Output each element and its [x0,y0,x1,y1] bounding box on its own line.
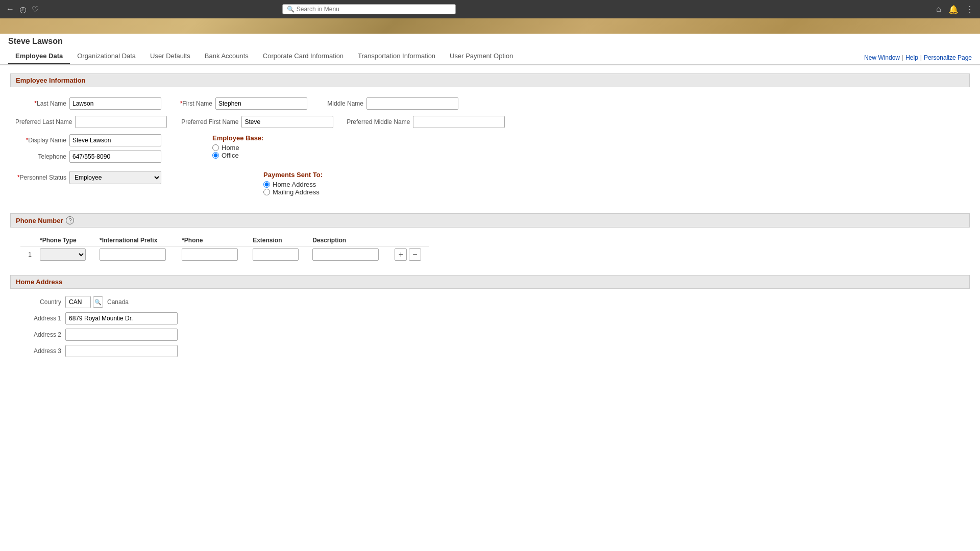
country-search-button[interactable]: 🔍 [93,296,103,308]
employee-base-home-option: Home [212,144,263,152]
search-input[interactable] [297,6,451,13]
top-bar: ← ◴ ♡ 🔍 ⌂ 🔔 ⋮ [0,0,980,18]
help-link[interactable]: Help [905,54,918,61]
address-form: Country 🔍 Canada Address 1 Address 2 Add… [10,296,970,357]
personalize-page-link[interactable]: Personalize Page [924,54,972,61]
extension-col: Extension [249,235,308,246]
home-address-section: Home Address Country 🔍 Canada Address 1 … [10,275,970,357]
bell-icon[interactable]: 🔔 [948,5,959,14]
first-name-field: *First Name [172,97,307,110]
tab-bar-actions: New Window | Help | Personalize Page [864,54,972,64]
employee-base-home-radio[interactable] [212,144,219,151]
payments-mailing-address-radio[interactable] [263,189,270,195]
preferred-last-name-label: Preferred Last Name [15,118,72,126]
description-input[interactable] [312,248,379,261]
preferred-last-name-field: Preferred Last Name [15,116,167,128]
employee-information-header: Employee Information [10,73,970,87]
tab-user-defaults[interactable]: User Defaults [143,48,198,64]
phone-table: *Phone Type *International Prefix *Phone… [20,235,429,263]
extension-input[interactable] [253,248,299,261]
address2-label: Address 2 [15,331,61,338]
address3-label: Address 3 [15,347,61,355]
address1-label: Address 1 [15,315,61,322]
employee-base-title: Employee Base: [212,134,263,142]
new-window-link[interactable]: New Window [864,54,900,61]
phone-input[interactable] [182,248,238,261]
tab-bar: Employee Data Organizational Data User D… [0,48,980,65]
phone-table-row: 1 [20,246,429,263]
back-icon[interactable]: ← [6,5,14,14]
preferred-first-name-label: Preferred First Name [177,118,238,126]
remove-row-button[interactable]: − [409,248,421,261]
personnel-status-select[interactable]: Employee Contractor Retiree [69,171,161,184]
tab-employee-data[interactable]: Employee Data [8,48,70,64]
address2-row: Address 2 [15,329,965,341]
row-actions-cell: + − [390,246,429,263]
top-bar-left: ← ◴ ♡ [6,5,39,14]
preferred-middle-name-field: Preferred Middle Name [344,116,505,128]
last-name-input[interactable] [69,97,161,110]
tab-corporate-card[interactable]: Corporate Card Information [256,48,351,64]
address1-row: Address 1 [15,312,965,324]
int-prefix-col: *International Prefix [95,235,178,246]
country-label: Country [15,298,61,306]
search-icon: 🔍 [287,6,295,13]
country-row: Country 🔍 Canada [15,296,965,308]
phone-number-header: Phone Number ? [10,213,970,228]
payments-sent-to-group: Payments Sent To: Home Address Mailing A… [263,171,323,196]
country-name: Canada [107,298,129,306]
first-name-input[interactable] [215,97,307,110]
row-num-col [20,235,36,246]
phone-type-select[interactable] [40,248,86,261]
payments-sent-to-title: Payments Sent To: [263,171,323,179]
actions-col [390,235,429,246]
personnel-status-label: *Personnel Status [15,174,66,181]
first-name-label: *First Name [172,100,212,107]
int-prefix-cell [95,246,178,263]
tab-bank-accounts[interactable]: Bank Accounts [198,48,256,64]
preferred-first-name-input[interactable] [241,116,333,128]
top-bar-right: ⌂ 🔔 ⋮ [936,5,974,14]
add-row-button[interactable]: + [395,248,407,261]
employee-base-home-label: Home [222,144,239,152]
more-icon[interactable]: ⋮ [966,5,974,14]
preferred-middle-name-input[interactable] [413,116,505,128]
home-icon[interactable]: ⌂ [936,5,941,14]
employee-information-section: Employee Information *Last Name *First N… [10,73,970,201]
phone-number-help-icon[interactable]: ? [66,216,74,224]
employee-base-office-option: Office [212,152,263,159]
telephone-input[interactable] [69,151,161,163]
address3-input[interactable] [65,345,178,357]
description-col: Description [308,235,390,246]
middle-name-field: Middle Name [317,97,458,110]
phone-col: *Phone [178,235,249,246]
display-name-input[interactable] [69,134,161,146]
payments-home-address-option: Home Address [263,181,323,188]
payments-mailing-address-label: Mailing Address [273,188,320,196]
tab-transportation[interactable]: Transportation Information [351,48,443,64]
phone-number-section: Phone Number ? *Phone Type *Internationa… [10,213,970,263]
country-code-input[interactable] [65,296,91,308]
int-prefix-input[interactable] [100,248,166,261]
home-address-header: Home Address [10,275,970,289]
favorites-icon[interactable]: ♡ [32,5,39,14]
history-icon[interactable]: ◴ [19,5,27,14]
telephone-field: Telephone [15,151,161,163]
country-input-wrap: 🔍 Canada [65,296,129,308]
personnel-status-field: *Personnel Status Employee Contractor Re… [15,171,161,184]
row-number: 1 [20,246,36,263]
payments-home-address-label: Home Address [273,181,316,188]
preferred-first-name-field: Preferred First Name [177,116,333,128]
employee-base-office-radio[interactable] [212,152,219,159]
payments-home-address-radio[interactable] [263,181,270,188]
display-name-field: *Display Name [15,134,161,146]
middle-name-input[interactable] [366,97,458,110]
address3-row: Address 3 [15,345,965,357]
address2-input[interactable] [65,329,178,341]
tab-organizational-data[interactable]: Organizational Data [70,48,143,64]
preferred-middle-name-label: Preferred Middle Name [344,118,410,126]
tab-user-payment[interactable]: User Payment Option [443,48,520,64]
address1-input[interactable] [65,312,178,324]
preferred-last-name-input[interactable] [75,116,167,128]
last-name-field: *Last Name [15,97,161,110]
